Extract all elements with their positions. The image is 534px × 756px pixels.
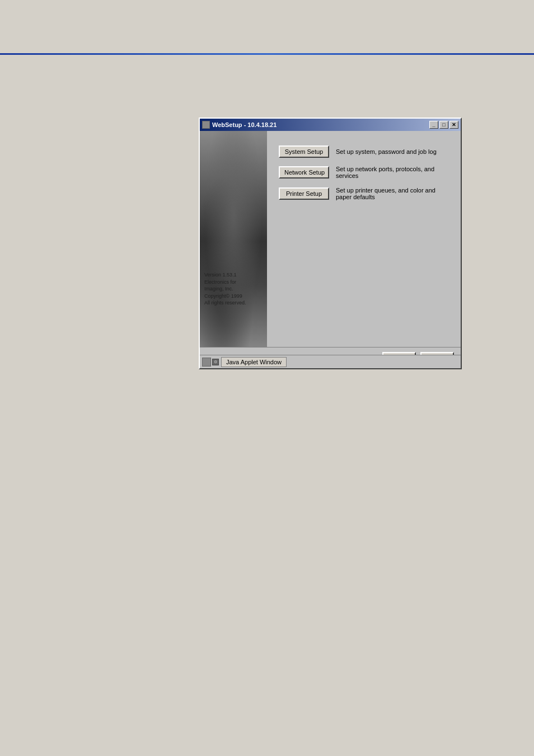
network-setup-description: Set up network ports, protocols, and ser…	[336, 166, 452, 179]
title-bar-left: WebSetup - 10.4.18.21	[202, 121, 277, 129]
app-icon	[202, 121, 210, 129]
version-info: Version 1.53.1 Electronics for Imaging, …	[204, 271, 246, 307]
maximize-button[interactable]: □	[439, 121, 448, 129]
title-controls[interactable]: _ □ ✕	[429, 121, 458, 129]
applet-window: WebSetup - 10.4.18.21 _ □ ✕ Version 1.53…	[199, 118, 462, 369]
taskbar-strip: ⚙ Java Applet Window	[200, 355, 461, 368]
taskbar-app-icon	[202, 358, 211, 367]
left-decorative-image: Version 1.53.1 Electronics for Imaging, …	[200, 131, 267, 351]
system-setup-button[interactable]: System Setup	[279, 145, 329, 158]
network-setup-button[interactable]: Network Setup	[279, 166, 329, 179]
version-line5: All rights reserved.	[204, 299, 246, 307]
taskbar-icon-area: ⚙	[202, 358, 219, 367]
setup-options-area: System Setup Set up system, password and…	[279, 140, 452, 214]
close-button[interactable]: ✕	[449, 121, 458, 129]
taskbar-label[interactable]: Java Applet Window	[221, 357, 287, 367]
version-line2: Electronics for	[204, 279, 246, 286]
printer-setup-button[interactable]: Printer Setup	[279, 187, 329, 200]
version-line1: Version 1.53.1	[204, 271, 246, 279]
version-line3: Imaging, Inc.	[204, 285, 246, 293]
version-line4: Copyright© 1999	[204, 293, 246, 300]
system-setup-row: System Setup Set up system, password and…	[279, 145, 452, 158]
window-title: WebSetup - 10.4.18.21	[212, 121, 277, 128]
window-content: Version 1.53.1 Electronics for Imaging, …	[200, 131, 461, 351]
printer-setup-description: Set up printer queues, and color and pap…	[336, 187, 452, 200]
system-setup-description: Set up system, password and job log	[336, 148, 437, 155]
printer-setup-row: Printer Setup Set up printer queues, and…	[279, 187, 452, 200]
title-bar: WebSetup - 10.4.18.21 _ □ ✕	[200, 119, 461, 131]
minimize-button[interactable]: _	[429, 121, 438, 129]
blue-divider-bar	[0, 53, 534, 55]
browser-background	[0, 0, 534, 756]
network-setup-row: Network Setup Set up network ports, prot…	[279, 166, 452, 179]
taskbar-secondary-icon: ⚙	[212, 359, 219, 365]
